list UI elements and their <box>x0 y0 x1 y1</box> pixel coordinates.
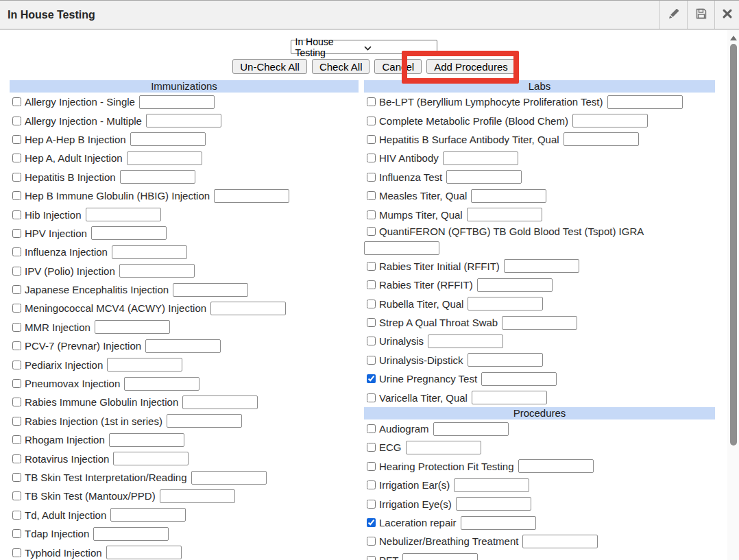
audiogram-checkbox[interactable] <box>367 424 376 433</box>
hepatitis-b-surface-antibody-titer-qual-checkbox[interactable] <box>367 135 376 144</box>
quantiferon-qftbg-tb-gold-blood-test-tspot-igra-value-input[interactable] <box>364 241 439 255</box>
rhogam-injection-value-input[interactable] <box>109 433 184 447</box>
hib-injection-checkbox[interactable] <box>12 210 21 219</box>
hpv-injection-checkbox[interactable] <box>12 229 21 238</box>
influenza-injection-value-input[interactable] <box>112 245 187 259</box>
japanese-encephalitis-injection-checkbox[interactable] <box>12 285 21 294</box>
urinalysis-dipstick-value-input[interactable] <box>468 353 543 367</box>
rabies-titer-rffit-value-input[interactable] <box>477 278 553 292</box>
ipv-polio-injection-value-input[interactable] <box>119 264 195 278</box>
hearing-protection-fit-testing-value-input[interactable] <box>518 459 594 473</box>
tb-skin-test-mantoux-ppd-checkbox[interactable] <box>12 491 21 500</box>
irrigation-eye-s-value-input[interactable] <box>456 497 531 511</box>
td-adult-injection-checkbox[interactable] <box>12 511 21 520</box>
urinalysis-checkbox[interactable] <box>367 337 376 345</box>
audiogram-value-input[interactable] <box>433 422 509 436</box>
measles-titer-qual-checkbox[interactable] <box>367 191 376 200</box>
hep-b-immune-globulin-hbig-injection-checkbox[interactable] <box>12 191 21 200</box>
add-procedures-button[interactable]: Add Procedures <box>426 59 516 74</box>
complete-metabolic-profile-blood-chem-checkbox[interactable] <box>367 117 376 125</box>
scroll-up-button[interactable] <box>730 36 737 40</box>
tb-skin-test-mantoux-ppd-value-input[interactable] <box>160 489 235 503</box>
influenza-test-checkbox[interactable] <box>367 173 376 182</box>
tdap-injection-value-input[interactable] <box>93 527 169 541</box>
rabies-injection-1st-in-series-checkbox[interactable] <box>12 417 21 426</box>
hep-a-hep-b-injection-checkbox[interactable] <box>12 135 21 144</box>
pediarix-injection-checkbox[interactable] <box>12 361 21 369</box>
ecg-checkbox[interactable] <box>367 443 376 452</box>
urinalysis-dipstick-checkbox[interactable] <box>367 356 376 365</box>
allergy-injection-multiple-value-input[interactable] <box>146 114 221 127</box>
rabies-titer-rffit-checkbox[interactable] <box>367 280 376 289</box>
rabies-titer-initial-rffit-value-input[interactable] <box>504 259 579 273</box>
varicella-titer-qual-value-input[interactable] <box>472 391 547 404</box>
hiv-antibody-checkbox[interactable] <box>367 154 376 162</box>
scrollbar-thumb[interactable] <box>730 44 737 446</box>
hib-injection-value-input[interactable] <box>86 208 161 221</box>
typhoid-injection-checkbox[interactable] <box>12 548 21 557</box>
nebulizer-breathing-treatment-value-input[interactable] <box>522 535 598 548</box>
rabies-titer-initial-rffit-checkbox[interactable] <box>367 262 376 271</box>
hearing-protection-fit-testing-checkbox[interactable] <box>367 462 376 471</box>
pcv-7-prevnar-injection-value-input[interactable] <box>145 339 221 353</box>
pneumovax-injection-value-input[interactable] <box>124 377 199 391</box>
pediarix-injection-value-input[interactable] <box>107 358 182 372</box>
ecg-value-input[interactable] <box>406 441 481 454</box>
cancel-button[interactable]: Cancel <box>374 59 422 74</box>
allergy-injection-single-checkbox[interactable] <box>12 97 21 106</box>
hepatitis-b-injection-value-input[interactable] <box>120 170 195 184</box>
edit-button[interactable] <box>659 1 687 29</box>
rhogam-injection-checkbox[interactable] <box>12 435 21 444</box>
laceration-repair-checkbox[interactable] <box>367 518 376 527</box>
mmr-injection-value-input[interactable] <box>95 320 170 334</box>
measles-titer-qual-value-input[interactable] <box>471 189 546 203</box>
save-button[interactable] <box>687 1 714 29</box>
complete-metabolic-profile-blood-chem-value-input[interactable] <box>572 114 648 127</box>
hepatitis-b-injection-checkbox[interactable] <box>12 173 21 182</box>
pft-checkbox[interactable] <box>367 556 376 560</box>
urine-pregnancy-test-checkbox[interactable] <box>367 374 376 383</box>
hepatitis-b-surface-antibody-titer-qual-value-input[interactable] <box>564 132 639 146</box>
allergy-injection-multiple-checkbox[interactable] <box>12 117 21 125</box>
hep-a-adult-injection-value-input[interactable] <box>127 151 202 165</box>
hep-a-hep-b-injection-value-input[interactable] <box>130 132 206 146</box>
strep-a-qual-throat-swab-checkbox[interactable] <box>367 318 376 327</box>
rabies-injection-1st-in-series-value-input[interactable] <box>167 414 242 428</box>
allergy-injection-single-value-input[interactable] <box>139 95 215 109</box>
irrigation-eye-s-checkbox[interactable] <box>367 500 376 509</box>
irrigation-ear-s-value-input[interactable] <box>454 478 529 492</box>
meningococcal-mcv4-acwy-injection-value-input[interactable] <box>210 302 286 315</box>
laceration-repair-value-input[interactable] <box>461 516 536 530</box>
uncheck-all-button[interactable]: Un-Check All <box>232 59 307 74</box>
meningococcal-mcv4-acwy-injection-checkbox[interactable] <box>12 304 21 313</box>
rubella-titer-qual-checkbox[interactable] <box>367 300 376 308</box>
be-lpt-beryllium-lymphocyte-proliferation-test-value-input[interactable] <box>607 95 683 109</box>
test-category-select[interactable]: In House Testing <box>291 40 437 54</box>
hpv-injection-value-input[interactable] <box>91 226 167 240</box>
mumps-titer-qual-checkbox[interactable] <box>367 210 376 219</box>
rotavirus-injection-value-input[interactable] <box>113 452 189 465</box>
close-button[interactable] <box>714 1 739 29</box>
varicella-titer-qual-checkbox[interactable] <box>367 393 376 402</box>
rotavirus-injection-checkbox[interactable] <box>12 454 21 463</box>
td-adult-injection-value-input[interactable] <box>110 508 186 522</box>
tb-skin-test-interpretation-reading-value-input[interactable] <box>191 471 267 485</box>
pneumovax-injection-checkbox[interactable] <box>12 379 21 388</box>
nebulizer-breathing-treatment-checkbox[interactable] <box>367 537 376 546</box>
rabies-immune-globulin-injection-value-input[interactable] <box>182 395 258 409</box>
hep-a-adult-injection-checkbox[interactable] <box>12 154 21 162</box>
hiv-antibody-value-input[interactable] <box>443 151 518 165</box>
urine-pregnancy-test-value-input[interactable] <box>481 372 557 386</box>
typhoid-injection-value-input[interactable] <box>106 546 182 559</box>
hep-b-immune-globulin-hbig-injection-value-input[interactable] <box>214 189 289 203</box>
irrigation-ear-s-checkbox[interactable] <box>367 480 376 489</box>
influenza-test-value-input[interactable] <box>446 170 522 184</box>
ipv-polio-injection-checkbox[interactable] <box>12 267 21 276</box>
influenza-injection-checkbox[interactable] <box>12 247 21 256</box>
pcv-7-prevnar-injection-checkbox[interactable] <box>12 341 21 350</box>
pft-value-input[interactable] <box>402 553 478 560</box>
rubella-titer-qual-value-input[interactable] <box>468 297 543 311</box>
check-all-button[interactable]: Check All <box>312 59 370 74</box>
japanese-encephalitis-injection-value-input[interactable] <box>173 283 248 297</box>
be-lpt-beryllium-lymphocyte-proliferation-test-checkbox[interactable] <box>367 97 376 106</box>
